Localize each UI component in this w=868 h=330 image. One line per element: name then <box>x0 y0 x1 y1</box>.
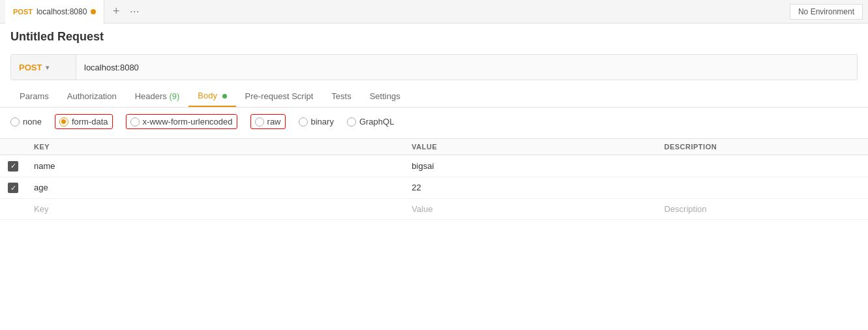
tab-modified-dot <box>91 9 96 14</box>
radio-graphql <box>347 117 356 127</box>
headers-badge: (9) <box>167 91 180 101</box>
row2-checkbox-cell[interactable]: ✓ <box>0 177 26 199</box>
option-raw[interactable]: raw <box>250 114 286 129</box>
request-tab[interactable]: POST localhost:8080 <box>5 0 104 23</box>
table-row-placeholder: Key Value Description <box>0 199 868 220</box>
placeholder-checkbox-cell <box>0 199 26 220</box>
method-chevron-icon: ▾ <box>46 64 49 71</box>
row1-key[interactable]: name <box>26 155 404 177</box>
row2-value[interactable]: 22 <box>404 177 656 199</box>
option-none[interactable]: none <box>10 117 42 127</box>
environment-selector[interactable]: No Environment <box>790 4 863 20</box>
method-label: POST <box>19 63 42 72</box>
request-title: Untitled Request <box>0 23 868 49</box>
url-input[interactable] <box>76 55 857 80</box>
col-key: KEY <box>26 139 404 155</box>
table-row: ✓ age 22 <box>0 177 868 199</box>
col-value: VALUE <box>404 139 656 155</box>
tab-url: localhost:8080 <box>37 7 87 16</box>
row1-description[interactable] <box>656 155 868 177</box>
col-description: DESCRIPTION <box>656 139 868 155</box>
option-binary[interactable]: binary <box>299 117 334 127</box>
col-checkbox <box>0 139 26 155</box>
placeholder-key[interactable]: Key <box>26 199 404 220</box>
tab-pre-request-script[interactable]: Pre-request Script <box>236 86 323 106</box>
add-tab-button[interactable]: + <box>107 3 125 21</box>
tab-method: POST <box>13 8 33 16</box>
params-table: KEY VALUE DESCRIPTION ✓ name bigsai ✓ ag… <box>0 138 868 220</box>
option-graphql[interactable]: GraphQL <box>347 117 394 127</box>
row1-value[interactable]: bigsai <box>404 155 656 177</box>
tab-bar: POST localhost:8080 + ··· No Environment <box>0 0 868 23</box>
more-tabs-button[interactable]: ··· <box>125 3 143 21</box>
option-form-data[interactable]: form-data <box>55 114 113 129</box>
radio-x-www-form-urlencoded <box>130 117 140 127</box>
placeholder-value[interactable]: Value <box>404 199 656 220</box>
row2-key[interactable]: age <box>26 177 404 199</box>
tab-settings[interactable]: Settings <box>361 86 410 106</box>
tab-authorization[interactable]: Authorization <box>58 86 126 106</box>
row1-checkbox[interactable]: ✓ <box>8 161 18 172</box>
tab-params[interactable]: Params <box>10 86 58 106</box>
option-x-www-form-urlencoded[interactable]: x-www-form-urlencoded <box>126 114 237 129</box>
row2-checkbox[interactable]: ✓ <box>8 183 18 193</box>
placeholder-description[interactable]: Description <box>656 199 868 220</box>
request-nav-tabs: Params Authorization Headers (9) Body Pr… <box>0 85 868 108</box>
url-bar: POST ▾ <box>10 54 858 80</box>
row2-description[interactable] <box>656 177 868 199</box>
method-select[interactable]: POST ▾ <box>11 55 76 80</box>
row1-checkbox-cell[interactable]: ✓ <box>0 155 26 177</box>
body-options: none form-data x-www-form-urlencoded raw… <box>0 108 868 136</box>
radio-none <box>10 117 20 127</box>
tab-headers[interactable]: Headers (9) <box>126 86 189 106</box>
radio-form-data <box>59 117 68 127</box>
radio-binary <box>299 117 308 127</box>
tab-tests[interactable]: Tests <box>322 86 360 106</box>
tab-body[interactable]: Body <box>188 85 235 107</box>
body-active-dot <box>222 94 227 98</box>
table-row: ✓ name bigsai <box>0 155 868 177</box>
radio-raw <box>255 117 264 127</box>
